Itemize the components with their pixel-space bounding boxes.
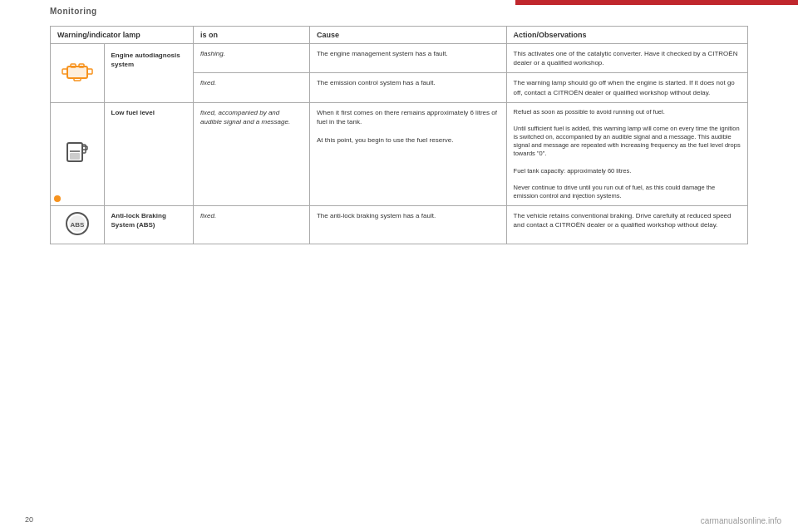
engine-action-1: This activates one of the catalytic conv…: [506, 44, 747, 73]
abs-warning-icon: ABS: [62, 211, 93, 236]
section-title: Monitoring: [50, 7, 97, 16]
fuel-dot-indicator: [54, 195, 61, 202]
table-row: Engine autodiagnosis system flashing. Th…: [51, 44, 748, 73]
fuel-icon-cell: [51, 102, 105, 205]
abs-cause: The anti-lock braking system has a fault…: [309, 206, 506, 244]
fuel-cause: When it first comes on there remains app…: [309, 102, 506, 205]
fuel-action: Refuel as soon as possible to avoid runn…: [506, 102, 747, 205]
col-is-on: is on: [194, 27, 310, 44]
svg-text:ABS: ABS: [70, 221, 85, 229]
engine-warning-icon: [61, 58, 94, 85]
fuel-is-on: fixed, accompanied by and audible signal…: [194, 102, 310, 205]
svg-rect-8: [70, 153, 80, 160]
page-number: 20: [25, 515, 33, 524]
warning-table: Warning/indicator lamp is on Cause Actio…: [50, 26, 748, 244]
red-accent-bar: [515, 0, 798, 5]
engine-cause-1: The engine management system has a fault…: [309, 44, 506, 73]
svg-rect-6: [68, 67, 86, 77]
abs-lamp-name: Anti-lock Braking System (ABS): [104, 206, 194, 244]
col-cause: Cause: [309, 27, 506, 44]
engine-lamp-name: Engine autodiagnosis system: [104, 44, 194, 103]
abs-is-on: fixed.: [194, 206, 310, 244]
fuel-lamp-name: Low fuel level: [104, 102, 194, 205]
watermark: carmanualsonline.info: [701, 516, 781, 525]
engine-is-on-2: fixed.: [194, 73, 310, 102]
engine-cause-2: The emission control system has a fault.: [309, 73, 506, 102]
table-row: ABS Anti-lock Braking System (ABS) fixed…: [51, 206, 748, 244]
table-row: Low fuel level fixed, accompanied by and…: [51, 102, 748, 205]
watermark-text: carmanualsonline.info: [701, 516, 781, 525]
engine-icon-cell: [51, 44, 105, 103]
engine-action-2: The warning lamp should go off when the …: [506, 73, 747, 102]
svg-rect-5: [74, 78, 81, 81]
fuel-warning-icon: [62, 138, 92, 168]
table-header-row: Warning/indicator lamp is on Cause Actio…: [51, 27, 748, 44]
abs-icon-cell: ABS: [51, 206, 105, 244]
main-content: Warning/indicator lamp is on Cause Actio…: [0, 22, 798, 253]
abs-action: The vehicle retains conventional braking…: [506, 206, 747, 244]
col-action: Action/Observations: [506, 27, 747, 44]
engine-is-on-1: flashing.: [194, 44, 310, 73]
col-warning-lamp: Warning/indicator lamp: [51, 27, 194, 44]
